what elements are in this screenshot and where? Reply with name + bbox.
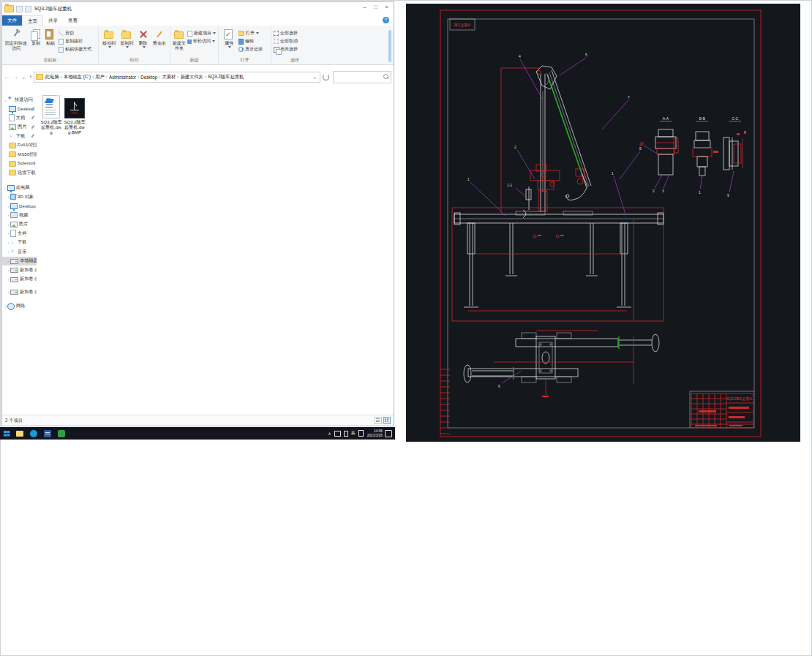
sidebar-item-desktop[interactable]: › Desktop [2, 202, 37, 211]
sidebar-item-pictures-pinned[interactable]: 图片 [2, 123, 37, 132]
quick-access-toolbar-icon[interactable] [16, 6, 23, 12]
sidebar-item-folder-fva10[interactable]: FvA10挖掘机式装载机 [2, 141, 37, 151]
copy-path-button[interactable]: 复制路径 [59, 37, 91, 45]
sidebar-item-volume-f[interactable]: › 新加卷 (F:) [2, 287, 37, 297]
sidebar-item-network[interactable]: › 网络 [2, 302, 37, 312]
taskbar-document-app-icon[interactable] [44, 430, 51, 437]
new-folder-button[interactable]: 新建文件夹 [173, 27, 186, 58]
tab-file[interactable]: 文件 [2, 15, 22, 26]
sidebar-item-folder-ms50[interactable]: MS50挖掘式装载机 [2, 150, 37, 159]
taskbar-cad-viewer-icon[interactable] [58, 430, 65, 437]
sidebar-item-quick-access[interactable]: ⌄ 快速访问 [2, 95, 37, 105]
history-button[interactable]: 历史记录 [238, 45, 263, 53]
crumb-new-folder[interactable]: 新建文件夹 [179, 74, 203, 80]
crumb-current-folder[interactable]: SQ3.2随车起重机 [207, 74, 244, 80]
sidebar-item-downloads[interactable]: › 下载 [2, 238, 37, 248]
drive-icon [10, 277, 18, 282]
sidebar-item-folder-download[interactable]: 迅雷下载 [2, 168, 37, 178]
large-icons-view-icon[interactable] [383, 417, 391, 424]
sidebar-item-videos[interactable]: › 视频 [2, 211, 37, 220]
crumb-material[interactable]: 大素材 [161, 74, 176, 80]
tab-share[interactable]: 共享 [43, 15, 63, 26]
paste-button[interactable]: 粘贴 [44, 27, 57, 58]
quick-access-toolbar-icon2[interactable] [25, 6, 31, 12]
sidebar-item-folder-solenoid[interactable]: Solenoid Valve阀 [2, 159, 37, 169]
sidebar-item-this-pc[interactable]: ⌄ 此电脑 [2, 184, 37, 193]
paste-shortcut-button[interactable]: 粘贴快捷方式 [59, 45, 91, 53]
invert-selection-button[interactable]: 反向选择 [274, 45, 298, 53]
tray-volume-icon[interactable] [344, 431, 348, 437]
status-bar: 2 个项目 [2, 415, 394, 426]
cut-button[interactable]: 剪切 [59, 29, 91, 37]
back-button[interactable]: ← [4, 74, 10, 80]
sidebar-item-local-disk-c[interactable]: › 本地磁盘 (C:) [2, 257, 37, 266]
crumb-this-pc[interactable]: 此电脑 [45, 74, 60, 80]
delete-button[interactable]: 删除 [136, 27, 149, 58]
easy-access-button[interactable]: 轻松访问 [187, 37, 216, 45]
notification-center-icon[interactable] [385, 430, 392, 437]
select-none-button[interactable]: 全部取消 [274, 37, 298, 45]
balloon: 1 [699, 190, 701, 195]
sidebar-item-desktop-pinned[interactable]: Desktop [2, 105, 37, 114]
ime-indicator[interactable]: 英 [351, 430, 356, 437]
open-button[interactable]: 打开 [238, 29, 263, 37]
tray-chevron-icon[interactable]: ∧ [328, 431, 331, 436]
history-icon [238, 47, 244, 52]
items-count: 2 个项目 [5, 418, 23, 424]
file-item-dwg[interactable]: SQ3.2随车起重机.dwg [40, 95, 62, 135]
minimize-button[interactable]: – [359, 2, 370, 12]
breadcrumb[interactable]: 此电脑 › 本地磁盘 (C:) › 用户 › Administrator › D… [34, 72, 320, 83]
tray-book-icon[interactable] [358, 430, 364, 437]
sidebar-item-pictures[interactable]: › 图片 [2, 220, 37, 230]
maximize-button[interactable]: □ [370, 2, 381, 12]
section-label-aa: A-A [663, 116, 669, 121]
sidebar-item-volume-d[interactable]: › 新加卷 (D:) [2, 265, 37, 275]
tab-view[interactable]: 查看 [63, 15, 83, 26]
forward-button[interactable]: → [12, 74, 18, 80]
sidebar-item-music[interactable]: › 音乐 [2, 247, 37, 257]
dropdown-history-icon[interactable]: ⌄ [21, 74, 26, 80]
taskbar-explorer-icon[interactable] [16, 431, 23, 437]
crumb-local-disk[interactable]: 本地磁盘 (C:) [63, 74, 91, 80]
taskbar-browser-icon[interactable] [30, 430, 37, 437]
pin-to-quick-access-button[interactable]: 固定到快速访问 [4, 27, 28, 58]
folder-icon [9, 143, 16, 148]
delete-icon [138, 29, 149, 39]
help-icon[interactable]: ? [383, 17, 389, 23]
sidebar-item-downloads-pinned[interactable]: 下载 [2, 132, 37, 141]
file-item-bmp[interactable]: SQ3.2随车起重机.dwg.BMP [64, 95, 86, 135]
new-item-button[interactable]: 新建项目 [187, 29, 216, 37]
easy-access-icon [187, 39, 192, 44]
rename-button[interactable]: 重命名 [151, 27, 168, 58]
start-button[interactable] [4, 431, 10, 437]
taskbar-clock[interactable]: 14:06 2021/3/26 [367, 429, 383, 437]
move-to-button[interactable]: 移动到 [101, 27, 117, 58]
select-all-button[interactable]: 全部选择 [274, 29, 298, 37]
ribbon-scrollbar[interactable] [388, 30, 391, 62]
new-folder-icon [174, 29, 184, 39]
copy-button[interactable]: 复制 [29, 27, 42, 58]
balloon: 1 [612, 171, 614, 176]
copy-to-button[interactable]: 复制到 [119, 27, 135, 58]
crumb-administrator[interactable]: Administrator [108, 75, 137, 80]
search-input[interactable] [334, 72, 391, 83]
leader-lines: 4 5 7 8 2 1 1-1 1 6 2 3 1 9 [467, 53, 734, 388]
sidebar-item-documents-pinned[interactable]: 文档 [2, 113, 37, 123]
edit-button[interactable]: 编辑 [238, 37, 263, 45]
content-area: ⌄ 快速访问 Desktop 文档 图片 下载 [2, 85, 394, 415]
open-icon [238, 31, 244, 36]
close-button[interactable]: × [381, 2, 392, 12]
sidebar-item-volume-e[interactable]: › 新加卷 (E:) [2, 275, 37, 284]
details-view-icon[interactable] [375, 417, 382, 424]
tray-display-icon[interactable] [334, 431, 341, 437]
crumb-desktop[interactable]: Desktop [140, 75, 158, 80]
address-dropdown-icon[interactable]: ⌄ [312, 74, 317, 80]
refresh-icon[interactable] [323, 74, 329, 80]
properties-button[interactable]: 属性 [221, 27, 237, 58]
tab-home[interactable]: 主页 [22, 15, 43, 26]
up-button[interactable]: ↑ [29, 74, 32, 80]
sidebar-item-documents[interactable]: › 文档 [2, 229, 37, 238]
crumb-users[interactable]: 用户 [94, 74, 105, 80]
sidebar-item-3d-objects[interactable]: › 3D 对象 [2, 192, 37, 202]
balloon: 2 [514, 145, 516, 149]
